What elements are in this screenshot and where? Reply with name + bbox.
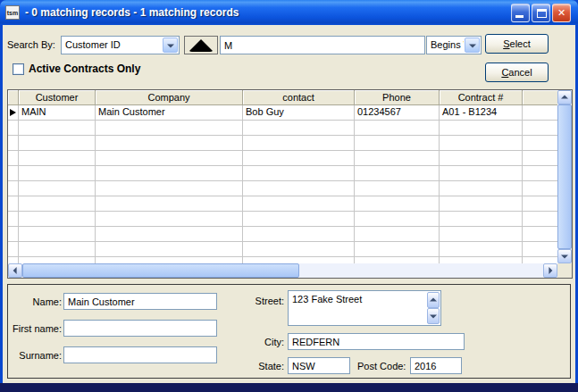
horizontal-scrollbar[interactable] [8,263,557,278]
table-row[interactable] [8,242,557,257]
grid-cell-contact[interactable] [243,257,355,263]
grid-cell-phone[interactable] [355,212,440,227]
grid-cell-filler[interactable] [523,227,557,242]
grid-cell-phone[interactable] [355,196,440,212]
grid-cell-contact[interactable] [243,181,355,196]
grid-cell-customer[interactable] [19,257,96,263]
post-code-field[interactable] [410,357,462,374]
search-input[interactable] [220,36,425,54]
minimize-button[interactable] [511,4,530,22]
grid-cell-customer[interactable]: MAIN [19,105,96,121]
row-selector-cell[interactable] [8,121,19,136]
table-row[interactable] [8,196,557,212]
grid-cell-phone[interactable] [355,151,440,166]
table-row[interactable]: MAINMain CustomerBob Guy01234567A01 - B1… [8,105,557,121]
grid-cell-company[interactable] [96,166,243,181]
grid-cell-contact[interactable] [243,242,355,257]
scroll-right-button[interactable] [543,263,557,278]
grid-cell-filler[interactable] [523,181,557,196]
grid-cell-customer[interactable] [19,212,96,227]
grid-cell-customer[interactable] [19,181,96,196]
grid-cell-company[interactable] [96,257,243,263]
grid-cell-contract[interactable] [440,136,523,151]
grid-cell-company[interactable] [96,242,243,257]
grid-cell-phone[interactable] [355,257,440,263]
table-row[interactable] [8,212,557,227]
grid-cell-customer[interactable] [19,151,96,166]
grid-cell-contract[interactable] [440,151,523,166]
grid-cell-contact[interactable] [243,166,355,181]
street-scrollbar[interactable] [427,292,440,324]
street-scroll-down-button[interactable] [427,308,440,324]
grid-cell-phone[interactable] [355,181,440,196]
grid-cell-phone[interactable] [355,227,440,242]
grid-cell-filler[interactable] [523,257,557,263]
sort-direction-button[interactable] [184,36,218,54]
table-row[interactable] [8,227,557,242]
table-row[interactable] [8,151,557,166]
grid-cell-contact[interactable] [243,212,355,227]
grid-cell-contact[interactable] [243,151,355,166]
grid-cell-filler[interactable] [523,166,557,181]
grid-cell-phone[interactable]: 01234567 [355,105,440,121]
street-scroll-up-button[interactable] [427,292,440,308]
table-row[interactable] [8,121,557,136]
first-name-field[interactable] [63,320,217,337]
grid-cell-company[interactable]: Main Customer [96,105,243,121]
grid-cell-contract[interactable] [440,196,523,212]
table-row[interactable] [8,257,557,263]
grid-cell-contract[interactable] [440,242,523,257]
grid-cell-phone[interactable] [355,166,440,181]
grid-cell-filler[interactable] [523,196,557,212]
grid-cell-contract[interactable] [440,181,523,196]
vertical-scroll-thumb[interactable] [557,104,572,249]
match-mode-combo[interactable]: Begins W [426,36,482,54]
grid-cell-phone[interactable] [355,136,440,151]
name-field[interactable] [63,293,217,310]
grid-header-contact[interactable]: contact [243,90,355,105]
close-button[interactable]: ✕ [552,4,571,22]
cancel-button[interactable]: Cancel [485,63,549,82]
grid-cell-company[interactable] [96,136,243,151]
grid-cell-filler[interactable] [523,136,557,151]
scroll-up-button[interactable] [557,90,572,104]
grid-cell-contract[interactable]: A01 - B1234 [440,105,523,121]
row-selector-cell[interactable] [8,136,19,151]
scroll-down-button[interactable] [557,249,572,263]
grid-cell-contract[interactable] [440,257,523,263]
grid-cell-customer[interactable] [19,121,96,136]
grid-cell-company[interactable] [96,196,243,212]
grid-cell-customer[interactable] [19,196,96,212]
grid-cell-filler[interactable] [523,151,557,166]
vertical-scrollbar[interactable] [557,90,572,263]
select-button[interactable]: Select [485,34,549,54]
row-selector-cell[interactable] [8,212,19,227]
table-row[interactable] [8,166,557,181]
grid-cell-customer[interactable] [19,166,96,181]
grid-cell-phone[interactable] [355,242,440,257]
grid-cell-phone[interactable] [355,121,440,136]
grid-cell-contact[interactable]: Bob Guy [243,105,355,121]
row-selector-cell[interactable] [8,196,19,212]
grid-header-customer[interactable]: Customer [19,90,96,105]
grid-cell-customer[interactable] [19,227,96,242]
city-field[interactable] [288,333,465,350]
grid-cell-contact[interactable] [243,227,355,242]
grid-cell-company[interactable] [96,151,243,166]
grid-cell-company[interactable] [96,121,243,136]
state-field[interactable] [288,357,350,374]
grid-cell-filler[interactable] [523,212,557,227]
street-field[interactable]: 123 Fake Street [288,290,441,326]
row-selector-cell[interactable] [8,242,19,257]
table-row[interactable] [8,136,557,151]
match-mode-dropdown-button[interactable] [465,38,480,53]
row-selector-cell[interactable] [8,105,19,121]
horizontal-scroll-thumb[interactable] [22,263,299,278]
grid-cell-contact[interactable] [243,196,355,212]
table-row[interactable] [8,181,557,196]
surname-field[interactable] [63,346,217,363]
search-field-combo[interactable]: Customer ID [61,36,180,54]
row-selector-cell[interactable] [8,227,19,242]
grid-cell-customer[interactable] [19,136,96,151]
grid-cell-customer[interactable] [19,242,96,257]
